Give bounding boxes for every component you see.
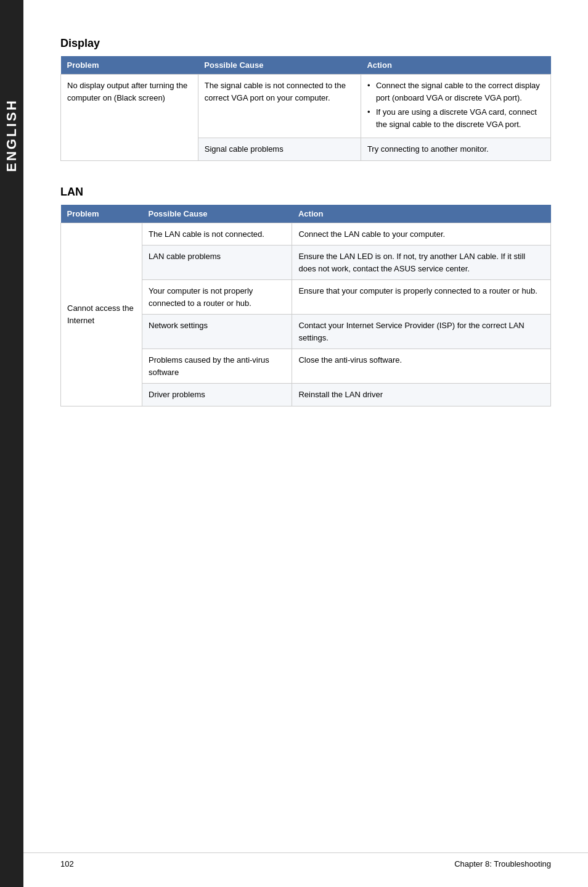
lan-action-1: Connect the LAN cable to your computer. (292, 223, 551, 245)
lan-cause-4: Network settings (142, 315, 292, 349)
lan-cause-5: Problems caused by the anti-virus softwa… (142, 349, 292, 384)
lan-cause-2: LAN cable problems (142, 245, 292, 280)
display-action-1: Connect the signal cable to the correct … (361, 75, 550, 138)
lan-col-action: Action (292, 205, 551, 223)
display-action-list: Connect the signal cable to the correct … (367, 80, 544, 130)
lan-cause-1: The LAN cable is not connected. (142, 223, 292, 245)
display-table-header-row: Problem Possible Cause Action (61, 56, 551, 75)
display-cause-2: Signal cable problems (198, 138, 361, 161)
lan-action-6: Reinstall the LAN driver (292, 384, 551, 406)
lan-table: Problem Possible Cause Action Cannot acc… (60, 205, 551, 406)
display-col-problem: Problem (61, 56, 198, 75)
lan-action-2: Ensure the LAN LED is on. If not, try an… (292, 245, 551, 280)
lan-action-4: Contact your Internet Service Provider (… (292, 315, 551, 349)
main-content: Display Problem Possible Cause Action No… (23, 0, 588, 468)
lan-col-problem: Problem (61, 205, 142, 223)
display-problem-text: No display output after turning the comp… (67, 81, 187, 102)
lan-table-header-row: Problem Possible Cause Action (61, 205, 551, 223)
table-row: No display output after turning the comp… (61, 75, 551, 138)
lan-action-5: Close the anti-virus software. (292, 349, 551, 384)
lan-col-cause: Possible Cause (142, 205, 292, 223)
lan-problem-cell: Cannot access the Internet (61, 223, 142, 406)
display-col-action: Action (361, 56, 550, 75)
display-col-cause: Possible Cause (198, 56, 361, 75)
display-action-2: Try connecting to another monitor. (361, 138, 550, 161)
footer-chapter: Chapter 8: Troubleshooting (454, 859, 551, 868)
display-cause-1: The signal cable is not connected to the… (198, 75, 361, 138)
display-problem-cell: No display output after turning the comp… (61, 75, 198, 161)
lan-section: LAN Problem Possible Cause Action Cannot… (60, 186, 551, 406)
footer-page-number: 102 (60, 859, 74, 868)
side-tab-label: ENGLISH (4, 99, 20, 172)
table-row: Cannot access the Internet The LAN cable… (61, 223, 551, 245)
footer: 102 Chapter 8: Troubleshooting (23, 852, 588, 868)
lan-section-title: LAN (60, 186, 551, 199)
display-section: Display Problem Possible Cause Action No… (60, 37, 551, 161)
display-action-item: Connect the signal cable to the correct … (367, 80, 544, 104)
display-section-title: Display (60, 37, 551, 50)
side-tab: ENGLISH (0, 0, 23, 887)
lan-problem-text: Cannot access the Internet (67, 303, 134, 325)
display-table: Problem Possible Cause Action No display… (60, 56, 551, 161)
lan-action-3: Ensure that your computer is properly co… (292, 280, 551, 315)
lan-cause-3: Your computer is not properly connected … (142, 280, 292, 315)
display-action-item: If you are using a discrete VGA card, co… (367, 106, 544, 130)
lan-cause-6: Driver problems (142, 384, 292, 406)
